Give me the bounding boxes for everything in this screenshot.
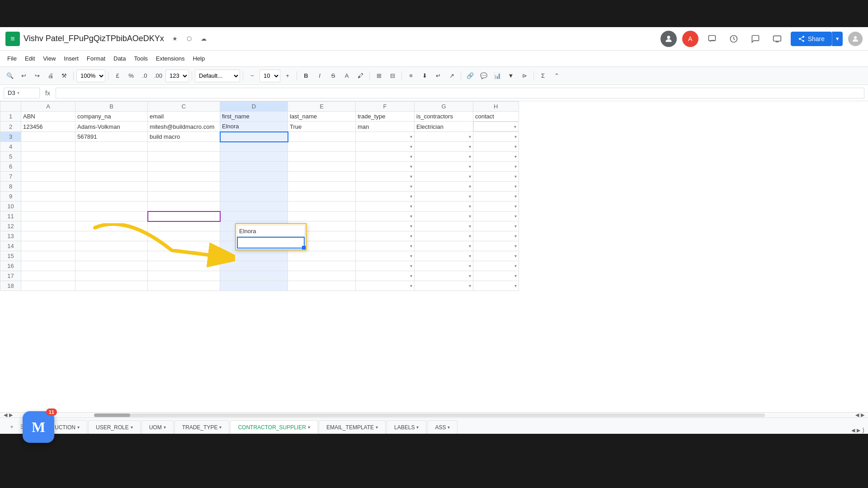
print-button[interactable]: 🖨 [44, 70, 57, 82]
cell-h3[interactable]: ▾ [473, 132, 519, 142]
sheet-nav-next[interactable]: ▶ [857, 427, 860, 433]
cell-d1[interactable]: first_name [220, 112, 288, 122]
font-size-dec[interactable]: − [246, 70, 259, 82]
valign-button[interactable]: ⬇ [418, 70, 431, 82]
cell-f1[interactable]: trade_type [356, 112, 415, 122]
spreadsheet-scroll[interactable]: A B C D E F G H 1 [0, 101, 868, 412]
cell-a2[interactable]: 123456 [21, 122, 75, 132]
zoom-select[interactable]: 100% [76, 70, 105, 82]
menu-edit[interactable]: Edit [21, 53, 38, 64]
font-size-inc[interactable]: + [281, 70, 294, 82]
row-header-1[interactable]: 1 [0, 112, 21, 122]
font-size-select[interactable]: 10 [259, 70, 280, 82]
cell-a3[interactable] [21, 132, 75, 142]
chart-button[interactable]: 📊 [491, 70, 504, 82]
add-sheet-button[interactable]: + [7, 422, 16, 432]
tab-trade-type-dropdown[interactable]: ▾ [219, 425, 222, 430]
strikethrough-button[interactable]: S [327, 70, 340, 82]
menu-tools[interactable]: Tools [130, 53, 151, 64]
tab-user-role[interactable]: USER_ROLE ▾ [88, 420, 141, 434]
profile-avatar[interactable] [848, 32, 863, 46]
filter-button[interactable]: ▼ [505, 70, 517, 82]
row-header-2[interactable]: 2 [0, 122, 21, 132]
sheets-logo[interactable]: ≡ [5, 32, 20, 46]
tab-uom-dropdown[interactable]: ▾ [164, 425, 166, 430]
present-icon[interactable] [769, 31, 785, 47]
cell-e2[interactable]: True [288, 122, 356, 132]
col-header-a[interactable]: A [21, 102, 75, 112]
text-color-button[interactable]: A [340, 70, 353, 82]
merge-button[interactable]: ⊟ [386, 70, 399, 82]
comments-icon[interactable] [704, 31, 720, 47]
cell-b1[interactable]: company_na [75, 112, 148, 122]
tab-user-role-dropdown[interactable]: ▾ [131, 425, 133, 430]
cell-e1[interactable]: last_name [288, 112, 356, 122]
drive-icon[interactable]: ⬡ [184, 33, 195, 44]
history-icon[interactable] [726, 31, 742, 47]
cell-d2[interactable]: Elnora [220, 122, 288, 132]
menu-view[interactable]: View [39, 53, 59, 64]
borders-button[interactable]: ⊞ [373, 70, 385, 82]
font-select[interactable]: Default... [195, 70, 240, 82]
popup-cell-elnora[interactable]: Elnora [237, 225, 305, 237]
italic-button[interactable]: I [313, 70, 326, 82]
chat-icon[interactable] [747, 31, 764, 47]
tab-email-dropdown[interactable]: ▾ [376, 425, 378, 430]
highlight-button[interactable]: 🖍 [354, 70, 367, 82]
col-header-b[interactable]: B [75, 102, 148, 112]
cell-b2[interactable]: Adams-Volkman [75, 122, 148, 132]
h-scrollbar[interactable] [94, 413, 765, 417]
wrap-button[interactable]: ↵ [432, 70, 444, 82]
menu-format[interactable]: Format [83, 53, 109, 64]
menu-help[interactable]: Help [189, 53, 208, 64]
cell-a1[interactable]: ABN [21, 112, 75, 122]
tab-contractor-dropdown[interactable]: ▾ [308, 425, 310, 430]
filter-view-button[interactable]: ⊳ [518, 70, 531, 82]
currency-button[interactable]: £ [111, 70, 124, 82]
tab-instruction-dropdown[interactable]: ▾ [77, 425, 80, 430]
menu-data[interactable]: Data [110, 53, 129, 64]
menu-insert[interactable]: Insert [60, 53, 82, 64]
expand-button[interactable]: ⌃ [550, 70, 563, 82]
cell-d3[interactable] [220, 132, 288, 142]
rotate-button[interactable]: ↗ [445, 70, 458, 82]
cell-f2[interactable]: man [356, 122, 415, 132]
tab-email-template[interactable]: EMAIL_TEMPLATE ▾ [319, 420, 386, 434]
decimal-dec-button[interactable]: .0 [138, 70, 151, 82]
redo-button[interactable]: ↪ [31, 70, 43, 82]
menu-extensions[interactable]: Extensions [152, 53, 189, 64]
paint-format-button[interactable]: ⚒ [58, 70, 71, 82]
cell-a4[interactable] [21, 142, 75, 152]
cell-c3[interactable]: build macro [148, 132, 220, 142]
tab-labels[interactable]: LABELS ▾ [387, 420, 426, 434]
avatar-user1[interactable] [660, 31, 677, 47]
cell-c1[interactable]: email [148, 112, 220, 122]
dropdown-f3[interactable]: ▾ [410, 134, 412, 139]
align-button[interactable]: ≡ [405, 70, 417, 82]
tab-uom[interactable]: UOM ▾ [142, 420, 174, 434]
popup-cell-input[interactable] [237, 237, 305, 249]
col-header-g[interactable]: G [415, 102, 473, 112]
cell-g3[interactable]: ▾ [415, 132, 473, 142]
comment-button[interactable]: 💬 [477, 70, 490, 82]
formula-input[interactable] [56, 88, 864, 99]
cell-h2[interactable]: ▾ [473, 122, 519, 131]
resize-handle[interactable] [302, 246, 306, 249]
tab-contractor-supplier[interactable]: CONTRACTOR_SUPPLIER ▾ [230, 420, 317, 434]
share-button[interactable]: Share [791, 32, 832, 46]
cell-d4[interactable] [220, 142, 288, 152]
cell-g1[interactable]: is_contractors [415, 112, 473, 122]
cell-c2[interactable]: mitesh@buildmacro.com [148, 122, 220, 132]
cell-c11[interactable] [148, 211, 220, 221]
cell-b3[interactable]: 567891 [75, 132, 148, 142]
cell-f3[interactable]: ▾ [356, 132, 415, 142]
undo-button[interactable]: ↩ [17, 70, 30, 82]
cloud-icon[interactable]: ☁ [198, 33, 209, 44]
format-select[interactable]: 123 [165, 70, 189, 82]
decimal-inc-button[interactable]: .00 [152, 70, 165, 82]
menu-file[interactable]: File [4, 53, 20, 64]
col-header-h[interactable]: H [473, 102, 519, 112]
col-header-f[interactable]: F [356, 102, 415, 112]
tab-labels-dropdown[interactable]: ▾ [416, 425, 419, 430]
col-header-c[interactable]: C [148, 102, 220, 112]
